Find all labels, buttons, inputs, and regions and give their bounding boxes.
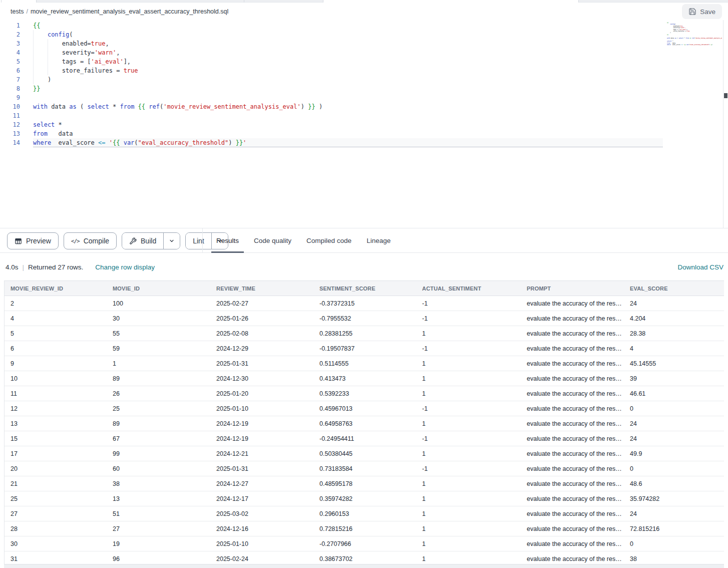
table-cell: 89 — [107, 420, 210, 427]
prompt-cell[interactable]: evaluate the accuracy of the res… — [521, 510, 624, 517]
code-line[interactable]: 5 tags = ['ai_eval'], — [0, 57, 663, 66]
prompt-text: evaluate the accuracy of the res… — [527, 555, 622, 562]
table-row: 12252025-01-100.45967013-1evaluate the a… — [5, 401, 724, 416]
table-cell: 46.61 — [624, 390, 724, 397]
lint-button[interactable]: Lint — [186, 233, 211, 249]
prompt-cell[interactable]: evaluate the accuracy of the res… — [521, 360, 624, 367]
prompt-text: evaluate the accuracy of the res… — [527, 510, 622, 517]
table-cell: 67 — [107, 435, 210, 442]
table-cell: 30 — [5, 540, 107, 547]
minimap[interactable]: {{ config( enabled=true, severity='warn'… — [667, 22, 722, 46]
status-divider: | — [23, 263, 25, 271]
code-line[interactable]: 11 — [0, 111, 663, 120]
compile-button[interactable]: </> Compile — [64, 232, 117, 249]
table-cell: 2025-01-10 — [210, 540, 313, 547]
table-cell: 27 — [5, 510, 107, 517]
code-text: }} — [33, 84, 663, 93]
code-line[interactable]: 14where eval_score <= '{{ var("eval_accu… — [0, 138, 663, 147]
preview-button[interactable]: Preview — [7, 232, 59, 249]
table-cell: 13 — [5, 420, 107, 427]
tab-results[interactable]: Results — [211, 228, 244, 253]
table-row: 28272024-12-160.728152161evaluate the ac… — [5, 521, 724, 536]
table-cell: 2024-12-19 — [210, 435, 313, 442]
prompt-cell[interactable]: evaluate the accuracy of the res… — [521, 435, 624, 442]
table-cell: 38 — [624, 555, 724, 562]
editor-scrollbar-track — [723, 20, 723, 228]
table-cell: 2024-12-16 — [210, 525, 313, 532]
prompt-cell[interactable]: evaluate the accuracy of the res… — [521, 405, 624, 412]
table-cell: 4 — [624, 345, 724, 352]
prompt-cell[interactable]: evaluate the accuracy of the res… — [521, 465, 624, 472]
prompt-cell[interactable]: evaluate the accuracy of the res… — [521, 315, 624, 322]
breadcrumb-separator: / — [26, 8, 28, 15]
prompt-cell[interactable]: evaluate the accuracy of the res… — [521, 330, 624, 337]
tab-lineage[interactable]: Lineage — [361, 228, 396, 253]
prompt-cell[interactable]: evaluate the accuracy of the res… — [521, 450, 624, 457]
code-line[interactable]: 4 severity='warn', — [0, 48, 663, 57]
build-button[interactable]: Build — [122, 233, 163, 249]
code-line[interactable]: 10with data as ( select * from {{ ref('m… — [0, 102, 663, 111]
code-text: with data as ( select * from {{ ref('mov… — [33, 102, 663, 111]
download-csv-link[interactable]: Download CSV — [677, 263, 723, 271]
table-row: 912025-01-310.51145551evaluate the accur… — [5, 356, 724, 371]
line-number: 10 — [0, 102, 20, 111]
prompt-cell[interactable]: evaluate the accuracy of the res… — [521, 420, 624, 427]
table-cell: 1 — [416, 495, 521, 502]
table-cell: 0 — [624, 405, 724, 412]
table-row: 27512025-03-020.29601531evaluate the acc… — [5, 506, 724, 521]
code-line[interactable]: 12select * — [0, 120, 663, 129]
editor-scrollbar-thumb[interactable] — [724, 93, 727, 98]
prompt-cell[interactable]: evaluate the accuracy of the res… — [521, 345, 624, 352]
code-line[interactable]: 13from data — [0, 129, 663, 138]
line-number: 6 — [0, 66, 20, 75]
prompt-cell[interactable]: evaluate the accuracy of the res… — [521, 480, 624, 487]
table-cell: 100 — [107, 300, 210, 307]
change-row-display-link[interactable]: Change row display — [95, 263, 155, 271]
code-line[interactable]: 3 enabled=true, — [0, 39, 663, 48]
prompt-cell[interactable]: evaluate the accuracy of the res… — [521, 555, 624, 562]
save-icon — [688, 8, 696, 16]
table-cell: 2024-12-29 — [210, 345, 313, 352]
build-split-button: Build — [122, 232, 180, 249]
tab-code-quality[interactable]: Code quality — [249, 228, 296, 253]
prompt-cell[interactable]: evaluate the accuracy of the res… — [521, 495, 624, 502]
table-cell: 55 — [107, 330, 210, 337]
query-duration: 4.0s — [6, 263, 19, 271]
table-row: 10892024-12-300.4134731evaluate the accu… — [5, 371, 724, 386]
build-dropdown-button[interactable] — [163, 233, 180, 249]
table-cell: 21 — [5, 480, 107, 487]
code-line[interactable]: 2 config( — [0, 30, 663, 39]
prompt-cell[interactable]: evaluate the accuracy of the res… — [521, 300, 624, 307]
code-line[interactable]: 9 — [0, 93, 663, 102]
table-cell: 2024-12-21 — [210, 450, 313, 457]
tab-compiled-code[interactable]: Compiled code — [301, 228, 356, 253]
code-line[interactable]: 7 ) — [0, 75, 663, 84]
prompt-cell[interactable]: evaluate the accuracy of the res… — [521, 540, 624, 547]
table-cell: -0.24954411 — [313, 435, 416, 442]
table-grid-icon — [15, 237, 22, 245]
code-text — [33, 93, 663, 102]
table-cell: 2024-12-17 — [210, 495, 313, 502]
table-row: 5552025-02-080.283812551evaluate the acc… — [5, 326, 724, 341]
code-lines: 1{{2 config(3 enabled=true,4 severity='w… — [0, 21, 663, 147]
line-number: 9 — [0, 93, 20, 102]
editor-header: tests/movie_review_sentiment_analysis_ev… — [0, 3, 728, 20]
code-text: where eval_score <= '{{ var("eval_accura… — [33, 138, 663, 147]
results-table-body: 21002025-02-27-0.37372315-1evaluate the … — [5, 296, 724, 566]
prompt-cell[interactable]: evaluate the accuracy of the res… — [521, 375, 624, 382]
sql-code-editor[interactable]: 1{{2 config(3 enabled=true,4 severity='w… — [0, 20, 728, 228]
prompt-text: evaluate the accuracy of the res… — [527, 540, 622, 547]
wrench-icon — [129, 237, 137, 245]
horizontal-scrollbar[interactable] — [4, 564, 724, 568]
table-cell: 89 — [107, 375, 210, 382]
table-cell: 0.5392233 — [313, 390, 416, 397]
code-line[interactable]: 1{{ — [0, 21, 663, 30]
prompt-text: evaluate the accuracy of the res… — [527, 420, 622, 427]
code-line[interactable]: 8}} — [0, 84, 663, 93]
save-button[interactable]: Save — [682, 4, 722, 19]
breadcrumb-folder[interactable]: tests — [11, 8, 24, 15]
table-cell: 2025-02-08 — [210, 330, 313, 337]
prompt-cell[interactable]: evaluate the accuracy of the res… — [521, 525, 624, 532]
prompt-cell[interactable]: evaluate the accuracy of the res… — [521, 390, 624, 397]
code-line[interactable]: 6 store_failures = true — [0, 66, 663, 75]
